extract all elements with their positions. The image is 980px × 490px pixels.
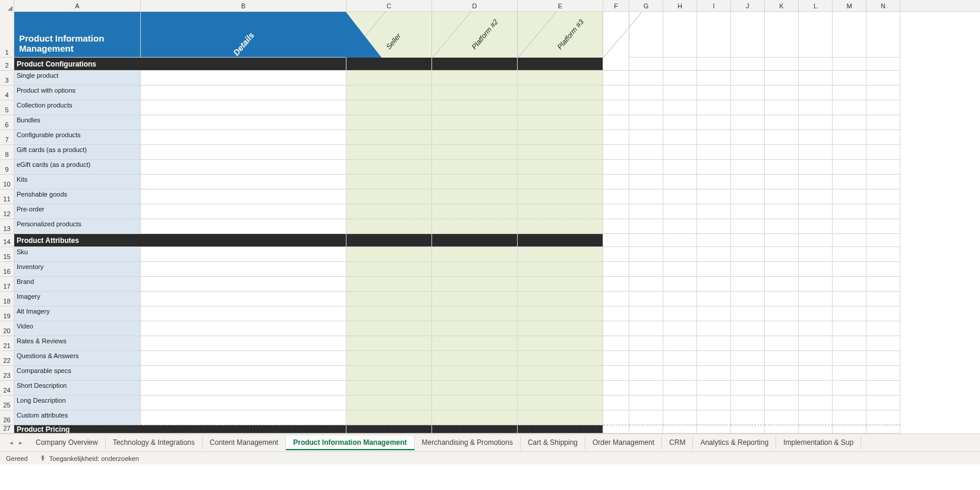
feature-label[interactable]: Kits xyxy=(14,175,141,189)
cell[interactable] xyxy=(765,71,799,86)
detail-cell[interactable] xyxy=(141,100,346,115)
platform-cell[interactable] xyxy=(432,71,518,86)
cell[interactable] xyxy=(697,247,731,262)
detail-cell[interactable] xyxy=(141,86,346,100)
cells-area[interactable]: Product Information ManagementDetailsSel… xyxy=(14,12,980,434)
row-header[interactable]: 19 xyxy=(0,306,14,321)
cell[interactable] xyxy=(731,234,765,247)
cell[interactable] xyxy=(731,321,765,336)
feature-label[interactable]: Short Description xyxy=(14,381,141,396)
cell[interactable] xyxy=(663,247,697,262)
cell[interactable] xyxy=(765,351,799,366)
cell[interactable] xyxy=(663,219,697,234)
cell[interactable] xyxy=(697,175,731,189)
cell[interactable] xyxy=(629,234,663,247)
cell[interactable] xyxy=(663,366,697,381)
cell[interactable] xyxy=(629,175,663,189)
cell[interactable] xyxy=(603,262,629,277)
cell[interactable] xyxy=(603,336,629,351)
column-header[interactable]: K xyxy=(765,0,799,11)
cell[interactable] xyxy=(765,160,799,175)
platform-cell[interactable] xyxy=(432,219,518,234)
platform-cell[interactable] xyxy=(432,100,518,115)
platform-cell[interactable] xyxy=(432,396,518,410)
detail-cell[interactable] xyxy=(141,204,346,219)
platform-cell[interactable] xyxy=(432,410,518,425)
cell[interactable] xyxy=(603,381,629,396)
cell[interactable] xyxy=(697,381,731,396)
cell[interactable] xyxy=(799,160,833,175)
feature-label[interactable]: Configurable products xyxy=(14,130,141,145)
platform-cell[interactable] xyxy=(346,100,432,115)
cell[interactable] xyxy=(603,189,629,204)
cell[interactable] xyxy=(799,336,833,351)
cell[interactable] xyxy=(697,115,731,130)
cell[interactable] xyxy=(866,100,900,115)
platform-cell[interactable] xyxy=(346,306,432,321)
cell[interactable] xyxy=(663,425,697,434)
cell[interactable] xyxy=(866,366,900,381)
row-header[interactable]: 24 xyxy=(0,381,14,396)
cell[interactable] xyxy=(731,58,765,71)
platform-cell[interactable] xyxy=(346,189,432,204)
cell[interactable] xyxy=(731,145,765,160)
cell[interactable] xyxy=(697,292,731,306)
detail-cell[interactable] xyxy=(141,306,346,321)
row-header[interactable]: 1 xyxy=(0,12,14,58)
platform-cell[interactable] xyxy=(432,366,518,381)
feature-label[interactable]: Gift cards (as a product) xyxy=(14,145,141,160)
cell[interactable] xyxy=(663,351,697,366)
platform-cell[interactable] xyxy=(432,115,518,130)
row-header[interactable]: 3 xyxy=(0,71,14,86)
cell[interactable] xyxy=(629,58,663,71)
cell[interactable] xyxy=(663,12,697,58)
platform-cell[interactable] xyxy=(432,189,518,204)
cell[interactable] xyxy=(765,189,799,204)
platform-cell[interactable] xyxy=(432,381,518,396)
cell[interactable] xyxy=(833,396,866,410)
cell[interactable] xyxy=(629,100,663,115)
row-header[interactable]: 6 xyxy=(0,115,14,130)
platform-cell[interactable] xyxy=(518,160,603,175)
cell[interactable] xyxy=(731,86,765,100)
cell[interactable] xyxy=(697,262,731,277)
cell[interactable] xyxy=(866,292,900,306)
section-cell[interactable] xyxy=(518,58,603,71)
cell[interactable] xyxy=(833,100,866,115)
cell[interactable] xyxy=(629,321,663,336)
cell[interactable] xyxy=(799,219,833,234)
detail-cell[interactable] xyxy=(141,351,346,366)
platform-cell[interactable] xyxy=(518,351,603,366)
cell[interactable] xyxy=(731,306,765,321)
cell[interactable] xyxy=(697,306,731,321)
platform-cell[interactable] xyxy=(518,381,603,396)
platform-cell[interactable] xyxy=(346,292,432,306)
cell[interactable] xyxy=(799,204,833,219)
cell[interactable] xyxy=(866,160,900,175)
cell[interactable] xyxy=(799,189,833,204)
cell[interactable] xyxy=(866,396,900,410)
cell[interactable] xyxy=(697,204,731,219)
cell[interactable] xyxy=(765,130,799,145)
cell[interactable] xyxy=(697,100,731,115)
cell[interactable] xyxy=(765,425,799,434)
feature-label[interactable]: Collection products xyxy=(14,100,141,115)
cell[interactable] xyxy=(765,321,799,336)
row-header[interactable]: 7 xyxy=(0,130,14,145)
platform-cell[interactable] xyxy=(346,175,432,189)
cell[interactable] xyxy=(629,366,663,381)
row-header[interactable]: 25 xyxy=(0,396,14,410)
section-cell[interactable] xyxy=(346,234,432,247)
cell[interactable] xyxy=(731,12,765,58)
platform-cell[interactable] xyxy=(518,219,603,234)
cell[interactable] xyxy=(697,130,731,145)
cell[interactable] xyxy=(833,262,866,277)
sheet-tab[interactable]: Merchandising & Promotions xyxy=(415,436,521,450)
cell[interactable] xyxy=(629,189,663,204)
platform-cell[interactable] xyxy=(432,277,518,292)
section-cell[interactable] xyxy=(346,58,432,71)
column-header[interactable]: G xyxy=(629,0,663,11)
cell[interactable] xyxy=(663,86,697,100)
cell[interactable] xyxy=(603,58,629,71)
platform-cell[interactable] xyxy=(518,100,603,115)
